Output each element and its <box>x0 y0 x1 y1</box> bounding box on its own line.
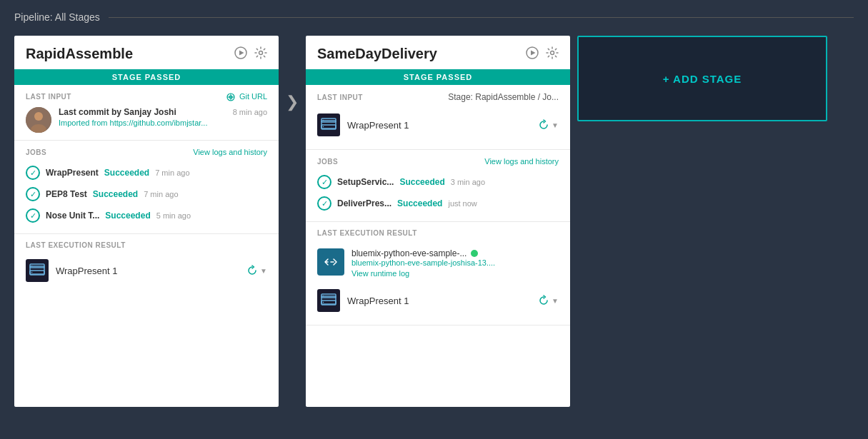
stage-header-1: RapidAssemble <box>14 36 279 69</box>
jobs-section-1: JOBS View logs and history ✓ WrapPresent… <box>14 141 279 234</box>
refresh-button-result[interactable]: ▼ <box>538 295 559 306</box>
svg-point-21 <box>323 120 324 121</box>
app-name: bluemix-python-eve-sample-... <box>351 248 467 258</box>
svg-point-17 <box>551 51 554 54</box>
job-status: Succeeded <box>105 211 150 221</box>
execution-result-section-2: LAST EXECUTION RESULT bluemix-python-eve… <box>306 222 570 326</box>
dropdown-arrow-input: ▼ <box>552 121 559 129</box>
stage-name-1: RapidAssemble <box>26 46 133 62</box>
stage-arrow: ❯ <box>279 36 306 111</box>
execution-icon-1 <box>26 259 49 282</box>
execution-result-label-1: LAST EXECUTION RESULT <box>26 241 126 249</box>
execution-result-header-1: LAST EXECUTION RESULT <box>26 241 267 249</box>
refresh-button-1[interactable]: ▼ <box>246 265 267 276</box>
job-name: Nose Unit T... <box>46 211 99 221</box>
stage-icons-2 <box>526 46 559 62</box>
app-link[interactable]: bluemix-python-eve-sample-joshisa-13.... <box>351 258 559 267</box>
svg-point-28 <box>323 302 324 303</box>
last-input-header-1: LAST INPUT Git URL <box>26 92 267 101</box>
commit-main: Last commit by Sanjay Joshi 8 min ago <box>59 107 267 117</box>
commit-author: Last commit by Sanjay Joshi <box>59 107 176 117</box>
jobs-section-2: JOBS View logs and history ✓ SetupServic… <box>306 150 570 222</box>
dropdown-arrow-result: ▼ <box>552 297 559 305</box>
title-divider <box>109 17 854 18</box>
settings-button-1[interactable] <box>254 46 267 62</box>
commit-row: Last commit by Sanjay Joshi 8 min ago Im… <box>26 107 267 133</box>
job-row: ✓ WrapPresent Succeeded 7 min ago <box>26 162 267 183</box>
dropdown-arrow-1: ▼ <box>260 267 267 275</box>
avatar <box>26 107 51 133</box>
svg-point-27 <box>323 296 324 297</box>
execution-result-label-2: LAST EXECUTION RESULT <box>317 229 417 237</box>
play-button-1[interactable] <box>234 46 247 62</box>
execution-icon-result <box>317 289 340 312</box>
job-time: 3 min ago <box>451 178 485 186</box>
stage-header-2: SameDayDelivery <box>306 36 570 69</box>
job-time: 7 min ago <box>144 190 178 198</box>
svg-point-14 <box>31 272 33 273</box>
git-url-link[interactable]: Git URL <box>226 92 267 101</box>
job-check-icon: ✓ <box>317 196 331 211</box>
runtime-log-link[interactable]: View runtime log <box>351 269 559 278</box>
jobs-list-1: ✓ WrapPresent Succeeded 7 min ago ✓ PEP8… <box>26 162 267 226</box>
svg-point-13 <box>31 266 33 267</box>
settings-button-2[interactable] <box>546 46 559 62</box>
execution-result-header-2: LAST EXECUTION RESULT <box>317 229 559 237</box>
svg-point-8 <box>34 112 43 121</box>
execution-result-section-1: LAST EXECUTION RESULT <box>14 234 279 293</box>
stage-card-rapid-assemble: RapidAssemble <box>14 36 279 407</box>
job-check-icon: ✓ <box>26 208 40 223</box>
execution-icon-input <box>317 113 340 136</box>
last-input-label-2: LAST INPUT <box>317 94 363 101</box>
job-name: DeliverPres... <box>337 198 391 208</box>
jobs-label-2: JOBS <box>317 158 338 166</box>
add-stage-label: + ADD STAGE <box>663 73 742 85</box>
wrap-present-row-result: WrapPresent 1 ▼ <box>317 283 559 318</box>
job-row: ✓ SetupServic... Succeeded 3 min ago <box>317 171 559 193</box>
jobs-list-2: ✓ SetupServic... Succeeded 3 min ago ✓ D… <box>317 171 559 214</box>
job-name: WrapPresent <box>46 168 99 178</box>
stage-passed-bar-2: STAGE PASSED <box>306 69 570 85</box>
job-status: Succeeded <box>93 189 138 199</box>
job-status: Succeeded <box>397 198 442 208</box>
last-input-section-1: LAST INPUT Git URL <box>14 85 279 141</box>
stage-card-same-day: SameDayDelivery <box>306 36 570 407</box>
refresh-button-input[interactable]: ▼ <box>538 119 559 131</box>
commit-time: 8 min ago <box>233 108 267 116</box>
page-title: Pipeline: All Stages <box>14 11 100 23</box>
last-input-header-2: LAST INPUT Stage: RapidAssemble / Jo... <box>317 92 559 102</box>
add-stage-card[interactable]: + ADD STAGE <box>577 36 827 121</box>
job-status: Succeeded <box>104 168 149 178</box>
app-info: bluemix-python-eve-sample-... bluemix-py… <box>351 248 559 278</box>
svg-marker-1 <box>239 50 244 55</box>
commit-link[interactable]: Imported from https://github.com/ibmjsta… <box>59 118 267 127</box>
job-name: PEP8 Test <box>46 189 87 199</box>
job-row: ✓ PEP8 Test Succeeded 7 min ago <box>26 183 267 205</box>
job-name: SetupServic... <box>337 177 394 187</box>
app-icon-box <box>317 248 344 276</box>
svg-point-22 <box>323 126 324 128</box>
job-time: 5 min ago <box>156 211 191 220</box>
wrap-present-row-input: WrapPresent 1 ▼ <box>317 108 559 142</box>
page-container: Pipeline: All Stages RapidAssemble <box>0 0 868 439</box>
stage-name-2: SameDayDelivery <box>317 46 437 62</box>
execution-result-row-1: WrapPresent 1 ▼ <box>26 255 267 286</box>
wrap-present-result-name: WrapPresent 1 <box>347 296 531 306</box>
stage-icons-1 <box>234 46 267 62</box>
jobs-header-2: JOBS View logs and history <box>317 157 559 166</box>
stage-passed-bar-1: STAGE PASSED <box>14 69 279 85</box>
app-name-row: bluemix-python-eve-sample-... <box>351 248 559 258</box>
job-time: just now <box>448 199 477 208</box>
wrap-present-input-name: WrapPresent 1 <box>347 120 531 131</box>
job-row: ✓ DeliverPres... Succeeded just now <box>317 193 559 214</box>
jobs-label-1: JOBS <box>26 148 46 156</box>
last-input-label-1: LAST INPUT <box>26 93 71 101</box>
view-logs-link-2[interactable]: View logs and history <box>484 157 559 166</box>
app-execution-row: bluemix-python-eve-sample-... bluemix-py… <box>317 243 559 283</box>
play-button-2[interactable] <box>526 46 539 62</box>
stages-container: RapidAssemble <box>14 36 854 407</box>
view-logs-link-1[interactable]: View logs and history <box>193 148 267 156</box>
job-check-icon: ✓ <box>26 187 40 201</box>
jobs-header-1: JOBS View logs and history <box>26 148 267 156</box>
job-status: Succeeded <box>399 177 444 187</box>
